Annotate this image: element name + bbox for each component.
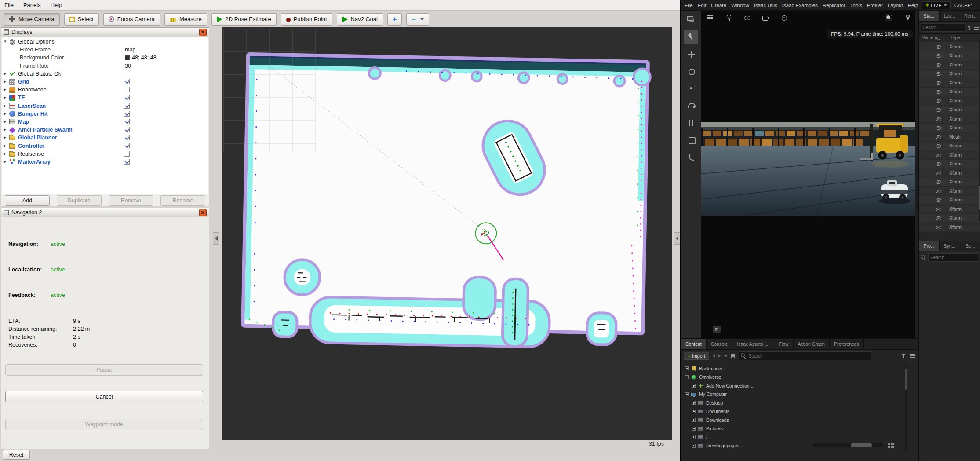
panel-splitter-handle[interactable] xyxy=(674,232,680,245)
expand-box-icon[interactable] xyxy=(692,435,696,439)
expand-arrow-icon[interactable] xyxy=(4,96,8,99)
type-column-header[interactable]: Type xyxy=(951,35,960,40)
viewport-toolbar-icon[interactable] xyxy=(707,14,714,21)
stage-search-input[interactable] xyxy=(921,23,965,32)
menu-item[interactable]: Isaac Utils xyxy=(754,3,777,8)
expand-box-icon[interactable] xyxy=(685,375,689,379)
stage-row[interactable]: Xform xyxy=(919,223,980,232)
visibility-eye-icon[interactable] xyxy=(936,53,941,58)
sidebar-tool-icon[interactable] xyxy=(684,47,698,61)
sidebar-tool-icon[interactable] xyxy=(684,81,698,95)
rviz-tool-button[interactable]: Publish Point xyxy=(281,13,332,26)
filter-icon[interactable] xyxy=(967,25,972,30)
displays-action-button[interactable]: Add xyxy=(5,195,50,206)
rviz-3d-viewport[interactable] xyxy=(222,27,672,440)
stage-row[interactable]: Xform xyxy=(919,124,980,133)
expand-arrow-icon[interactable] xyxy=(4,104,8,108)
menu-item[interactable]: File xyxy=(4,2,14,8)
expand-arrow-icon[interactable] xyxy=(4,112,8,116)
display-row[interactable]: Global Options xyxy=(2,38,208,46)
viewport-toolbar-icon[interactable] xyxy=(762,14,769,21)
stage-row[interactable]: Xform xyxy=(919,114,980,124)
options-icon[interactable] xyxy=(974,26,979,30)
content-tree-row[interactable]: Downloads xyxy=(681,416,813,424)
import-button[interactable]: + Import xyxy=(684,352,709,360)
files-hscrollbar[interactable] xyxy=(813,443,883,447)
sidebar-tool-icon[interactable] xyxy=(684,64,698,78)
content-tree-row[interactable]: / xyxy=(681,433,813,442)
content-tree-row[interactable]: Documents xyxy=(681,407,813,416)
stage-row[interactable]: Xform xyxy=(919,187,980,196)
expand-arrow-icon[interactable] xyxy=(4,120,8,124)
display-row[interactable]: Global Status: Ok xyxy=(2,70,208,78)
expand-arrow-icon[interactable] xyxy=(4,160,8,164)
visibility-eye-icon[interactable] xyxy=(936,44,941,49)
close-icon[interactable] xyxy=(199,209,207,216)
stage-row[interactable]: Xform xyxy=(919,205,980,214)
property-value[interactable]: map xyxy=(125,46,135,54)
visibility-eye-icon[interactable] xyxy=(936,197,941,202)
sidebar-tool-icon[interactable] xyxy=(684,116,698,130)
property-tab[interactable]: Pro... xyxy=(919,241,940,251)
sidebar-tool-icon[interactable] xyxy=(684,133,698,147)
display-row[interactable]: Background Color 48; 48; 48 xyxy=(2,54,208,62)
visibility-eye-icon[interactable] xyxy=(936,62,941,67)
display-row[interactable]: TF xyxy=(2,94,208,102)
viewport-toolbar-icon[interactable] xyxy=(904,14,912,21)
expand-arrow-icon[interactable] xyxy=(4,136,8,139)
options-icon[interactable] xyxy=(910,354,915,358)
expand-arrow-icon[interactable] xyxy=(4,128,8,132)
menu-item[interactable]: Help xyxy=(908,3,918,8)
display-checkbox[interactable] xyxy=(124,135,130,140)
display-row[interactable]: Fixed Frame map xyxy=(2,46,208,54)
display-row[interactable]: Controller xyxy=(2,142,208,150)
close-icon[interactable] xyxy=(199,29,207,36)
stage-row[interactable]: Xform xyxy=(919,51,980,61)
property-value[interactable]: 30 xyxy=(125,62,131,70)
menu-item[interactable]: Edit xyxy=(698,3,707,8)
rviz-tool-button[interactable]: 2D Pose Estimate xyxy=(211,13,277,26)
sidebar-tool-icon[interactable] xyxy=(684,99,698,113)
expand-box-icon[interactable] xyxy=(692,427,696,431)
menu-item[interactable]: Layout xyxy=(888,3,903,8)
stage-row[interactable]: Scope xyxy=(919,142,980,151)
display-checkbox[interactable] xyxy=(124,95,130,100)
expand-arrow-icon[interactable] xyxy=(4,72,8,76)
expand-arrow-icon[interactable] xyxy=(4,144,8,148)
display-row[interactable]: Frame Rate 30 xyxy=(2,62,208,70)
expand-box-icon[interactable] xyxy=(692,410,696,413)
display-checkbox[interactable] xyxy=(124,151,130,157)
viewport-toolbar-icon[interactable] xyxy=(780,14,788,21)
visibility-eye-icon[interactable] xyxy=(936,179,941,184)
forward-icon[interactable] xyxy=(718,354,721,358)
bookmark-icon[interactable] xyxy=(731,354,735,359)
property-tab[interactable]: Syn... xyxy=(940,241,960,251)
rviz-tool-button[interactable]: Nav2 Goal xyxy=(337,13,383,26)
content-tab[interactable]: Preferences xyxy=(830,339,864,349)
display-checkbox[interactable] xyxy=(124,111,130,117)
back-icon[interactable] xyxy=(713,354,715,358)
expand-box-icon[interactable] xyxy=(692,384,696,388)
stage-tab[interactable]: Ren... xyxy=(960,11,980,21)
stage-row[interactable]: Xform xyxy=(919,96,980,106)
expand-box-icon[interactable] xyxy=(692,444,696,448)
displays-action-button[interactable]: Remove xyxy=(109,195,153,206)
expand-box-icon[interactable] xyxy=(692,401,696,405)
property-search-input[interactable] xyxy=(928,253,979,262)
content-tree-row[interactable]: (dev/hugepages... xyxy=(681,442,813,450)
display-row[interactable]: RobotModel xyxy=(2,86,208,94)
stage-row[interactable]: Xform xyxy=(919,106,980,115)
sidebar-tool-icon[interactable] xyxy=(684,150,698,164)
stage-row[interactable]: Xform xyxy=(919,168,980,178)
menu-item[interactable]: Help xyxy=(51,2,62,8)
content-tree-row[interactable]: Bookmarks xyxy=(681,364,813,373)
content-tree-row[interactable]: Pictures xyxy=(681,424,813,433)
nav2-action-button[interactable]: Pause xyxy=(5,364,203,376)
menu-item[interactable]: File xyxy=(685,3,693,8)
display-row[interactable]: Bumper Hit xyxy=(2,110,208,118)
display-checkbox[interactable] xyxy=(124,119,130,124)
visibility-eye-icon[interactable] xyxy=(936,71,941,76)
name-column-header[interactable]: Name xyxy=(922,35,933,40)
stage-row[interactable]: Xform xyxy=(919,42,980,51)
stage-row[interactable]: Xform xyxy=(919,88,980,97)
